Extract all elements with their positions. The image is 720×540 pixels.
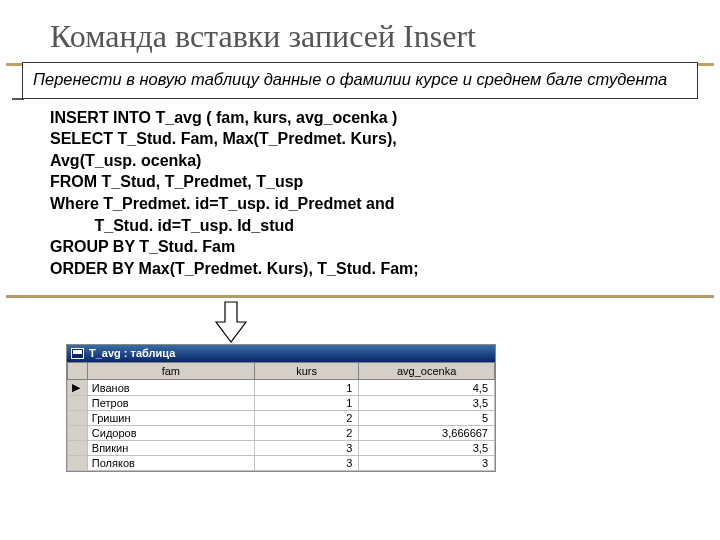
task-description-box: Перенести в новую таблицу данные о фамил… xyxy=(22,62,698,99)
cell-kurs: 2 xyxy=(254,411,358,426)
cell-fam: Петров xyxy=(87,396,254,411)
cell-fam: Поляков xyxy=(87,456,254,471)
table-titlebar: T_avg : таблица xyxy=(67,345,495,362)
cell-avg: 3 xyxy=(359,456,495,471)
table-row: Сидоров 2 3,666667 xyxy=(68,426,495,441)
row-marker-current: ▶ xyxy=(68,380,88,396)
column-header-fam: fam xyxy=(87,363,254,380)
row-marker xyxy=(68,441,88,456)
slide-title: Команда вставки записей Insert xyxy=(0,0,720,63)
table-row: Петров 1 3,5 xyxy=(68,396,495,411)
cell-kurs: 3 xyxy=(254,441,358,456)
row-marker xyxy=(68,426,88,441)
column-header-avg: avg_ocenka xyxy=(359,363,495,380)
cell-kurs: 3 xyxy=(254,456,358,471)
cell-fam: Сидоров xyxy=(87,426,254,441)
table-row: Гришин 2 5 xyxy=(68,411,495,426)
cell-avg: 3,666667 xyxy=(359,426,495,441)
cell-avg: 3,5 xyxy=(359,441,495,456)
row-selector-header xyxy=(68,363,88,380)
table-header-row: fam kurs avg_ocenka xyxy=(68,363,495,380)
table-icon xyxy=(71,348,84,359)
cell-kurs: 1 xyxy=(254,396,358,411)
cell-kurs: 2 xyxy=(254,426,358,441)
cell-fam: Иванов xyxy=(87,380,254,396)
cell-fam: Впикин xyxy=(87,441,254,456)
table-window: T_avg : таблица fam kurs avg_ocenka ▶ Ив… xyxy=(66,344,496,472)
table-title: T_avg : таблица xyxy=(89,347,175,359)
table-row: ▶ Иванов 1 4,5 xyxy=(68,380,495,396)
row-marker xyxy=(68,411,88,426)
cell-kurs: 1 xyxy=(254,380,358,396)
row-marker xyxy=(68,396,88,411)
cell-fam: Гришин xyxy=(87,411,254,426)
data-table: fam kurs avg_ocenka ▶ Иванов 1 4,5 Петро… xyxy=(67,362,495,471)
task-description-text: Перенести в новую таблицу данные о фамил… xyxy=(33,70,667,88)
cell-avg: 4,5 xyxy=(359,380,495,396)
arrow-container xyxy=(0,304,720,344)
table-row: Поляков 3 3 xyxy=(68,456,495,471)
sql-code-block: INSERT INTO T_avg ( fam, kurs, avg_ocenk… xyxy=(50,107,670,280)
cell-avg: 3,5 xyxy=(359,396,495,411)
column-header-kurs: kurs xyxy=(254,363,358,380)
cell-avg: 5 xyxy=(359,411,495,426)
row-marker xyxy=(68,456,88,471)
divider-line xyxy=(6,295,714,298)
down-arrow-icon xyxy=(210,300,252,344)
table-row: Впикин 3 3,5 xyxy=(68,441,495,456)
